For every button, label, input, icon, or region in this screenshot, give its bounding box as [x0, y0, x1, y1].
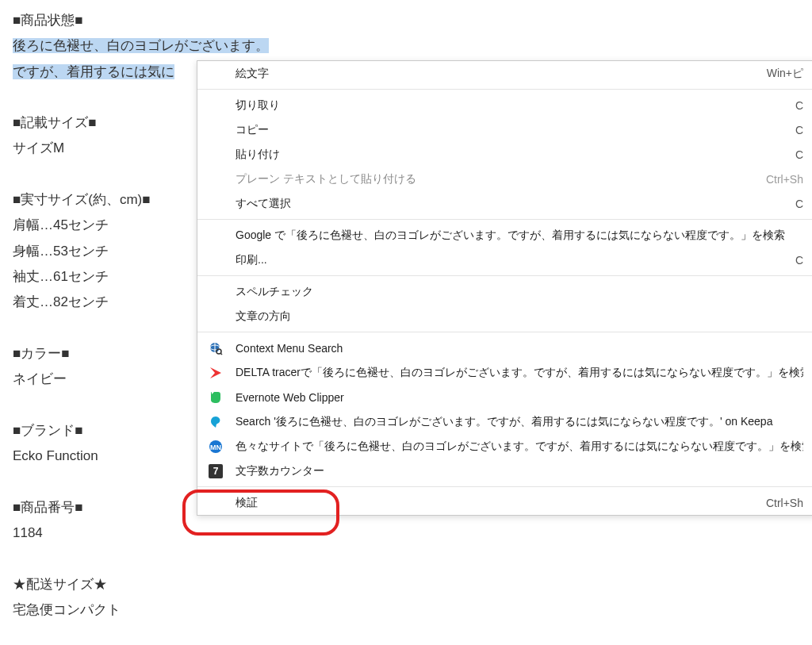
code-line: 1184 [13, 520, 799, 546]
condition-line-1: 後ろに色褪せ、白のヨゴレがございます。 [13, 33, 799, 59]
shortcut: C [795, 254, 803, 267]
menu-select-all[interactable]: すべて選択 C [197, 191, 812, 216]
menu-ext-delta-tracer[interactable]: DELTA tracerで「後ろに色褪せ、白のヨゴレがございます。ですが、着用す… [197, 360, 812, 385]
globe-search-icon [209, 341, 223, 355]
char-counter-icon: 7 [209, 464, 223, 478]
section-shipping-title: ★配送サイズ★ [13, 572, 799, 597]
menu-ext-char-counter[interactable]: 7 文字数カウンター [197, 459, 812, 483]
menu-google-search[interactable]: Google で「後ろに色褪せ、白のヨゴレがございます。ですが、着用するには気に… [197, 223, 812, 248]
shortcut: C [795, 198, 803, 210]
menu-separator [197, 219, 812, 220]
shortcut: C [795, 99, 803, 112]
menu-paste-plain[interactable]: プレーン テキストとして貼り付ける Ctrl+Sh [197, 167, 812, 191]
menu-ext-evernote[interactable]: Evernote Web Clipper [197, 385, 812, 409]
menu-direction[interactable]: 文章の方向 [197, 304, 812, 328]
menu-separator [197, 275, 812, 276]
context-menu: 絵文字 Win+ピ 切り取り C コピー C 貼り付け C プレーン テキストと… [197, 60, 812, 516]
shortcut: C [795, 148, 803, 161]
menu-cut[interactable]: 切り取り C [197, 93, 812, 117]
shipping-line: 宅急便コンパクト [13, 597, 799, 623]
menu-copy[interactable]: コピー C [197, 117, 812, 142]
menu-ext-keepa[interactable]: Search '後ろに色褪せ、白のヨゴレがございます。ですが、着用するには気にな… [197, 409, 812, 434]
keepa-icon [209, 415, 223, 429]
delta-tracer-icon [209, 366, 223, 380]
shortcut: Win+ピ [767, 67, 803, 81]
menu-paste[interactable]: 貼り付け C [197, 142, 812, 167]
menu-spellcheck[interactable]: スペルチェック [197, 279, 812, 304]
shortcut: Ctrl+Sh [766, 173, 803, 186]
menu-emoji[interactable]: 絵文字 Win+ピ [197, 61, 812, 86]
section-condition-title: ■商品状態■ [13, 8, 799, 33]
menu-separator [197, 486, 812, 487]
menu-separator [197, 89, 812, 90]
menu-ext-multi-site-search[interactable]: MN 色々なサイトで「後ろに色褪せ、白のヨゴレがございます。ですが、着用するには… [197, 434, 812, 459]
shortcut: Ctrl+Sh [766, 497, 803, 509]
svg-marker-5 [210, 367, 221, 378]
svg-text:MN: MN [210, 443, 221, 451]
menu-separator [197, 332, 812, 332]
menu-ext-context-menu-search[interactable]: Context Menu Search [197, 336, 812, 360]
menu-inspect[interactable]: 検証 Ctrl+Sh [197, 490, 812, 515]
evernote-icon [209, 390, 223, 405]
shortcut: C [795, 124, 803, 136]
menu-print[interactable]: 印刷... C [197, 248, 812, 272]
svg-line-4 [220, 353, 222, 355]
multi-site-icon: MN [209, 440, 223, 454]
